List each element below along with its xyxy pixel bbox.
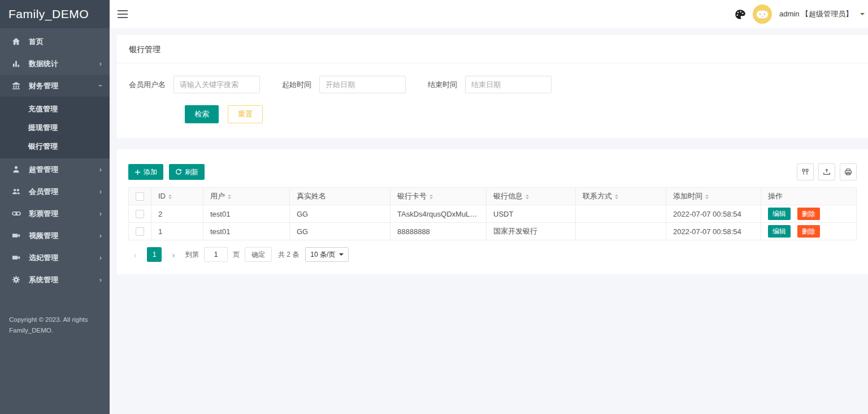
sort-icon[interactable] <box>168 193 172 201</box>
sidebar-nav: 首页 数据统计 › 财务管理 › 充值管理 提现管理 银行管理 超管管理 <box>0 28 110 291</box>
cell-id: 2 <box>151 205 203 223</box>
menu-toggle-icon[interactable] <box>118 8 130 20</box>
col-created[interactable]: 添加时间 <box>666 188 761 205</box>
row-checkbox[interactable] <box>136 227 144 236</box>
sidebar-item-finance[interactable]: 财务管理 › <box>0 75 110 97</box>
sidebar-item-home[interactable]: 首页 <box>0 31 110 53</box>
chevron-right-icon: › <box>99 254 102 261</box>
select-caret-icon <box>339 253 344 258</box>
goto-confirm-button[interactable]: 确定 <box>245 247 272 262</box>
cell-card-no: 88888888 <box>390 223 487 240</box>
sidebar-item-lottery[interactable]: 彩票管理 › <box>0 202 110 225</box>
sidebar-item-concubine[interactable]: 选妃管理 › <box>0 247 110 269</box>
sidebar-item-video[interactable]: 视频管理 › <box>0 225 110 247</box>
export-button[interactable] <box>818 163 835 180</box>
sort-icon[interactable] <box>429 193 433 201</box>
delete-button[interactable]: 删除 <box>797 208 820 220</box>
sidebar: Family_DEMO 首页 数据统计 › 财务管理 › 充值管理 提现管理 银… <box>0 0 110 414</box>
bank-table: ID 用户 真实姓名 银行卡号 银行信息 联系方式 添加时间 操作 2 test… <box>128 187 857 240</box>
copyright: Copyright © 2023. All rights Family_DEMO… <box>0 314 110 336</box>
edit-button[interactable]: 编辑 <box>768 208 791 220</box>
sidebar-item-statistics[interactable]: 数据统计 › <box>0 53 110 75</box>
start-time-label: 起始时间 <box>282 80 311 90</box>
gear-icon <box>11 275 21 284</box>
select-all-checkbox[interactable] <box>136 192 144 201</box>
user-avatar[interactable] <box>753 5 772 24</box>
cell-actions: 编辑 删除 <box>761 205 857 223</box>
select-all-cell <box>129 188 151 205</box>
plus-icon <box>134 169 141 175</box>
sidebar-item-label: 系统管理 <box>29 275 58 285</box>
start-date-input[interactable] <box>319 76 406 93</box>
chevron-right-icon: › <box>99 210 102 217</box>
cell-actions: 编辑 删除 <box>761 223 857 240</box>
sort-icon[interactable] <box>705 193 709 201</box>
col-bank-info[interactable]: 银行信息 <box>487 188 576 205</box>
goto-page-input[interactable] <box>204 247 228 262</box>
sort-icon[interactable] <box>615 193 618 201</box>
cell-contact <box>576 205 666 223</box>
current-page[interactable]: 1 <box>147 247 162 262</box>
admin-user-icon <box>11 165 21 174</box>
sidebar-item-label: 视频管理 <box>29 231 58 241</box>
col-card-no[interactable]: 银行卡号 <box>390 188 487 205</box>
bar-chart-icon <box>11 59 21 68</box>
app-logo: Family_DEMO <box>0 0 110 28</box>
end-time-label: 结束时间 <box>428 80 457 90</box>
print-button[interactable] <box>840 163 857 180</box>
refresh-button[interactable]: 刷新 <box>169 164 205 180</box>
next-page-button[interactable]: › <box>167 247 180 262</box>
sort-icon[interactable] <box>228 193 231 201</box>
cell-contact <box>576 223 666 240</box>
username-search-input[interactable] <box>173 76 260 93</box>
refresh-icon <box>175 169 182 175</box>
search-button[interactable]: 检索 <box>185 105 219 123</box>
current-user[interactable]: admin 【超级管理员】 <box>779 9 853 19</box>
chevron-right-icon: › <box>99 188 102 195</box>
sidebar-subitem-withdraw[interactable]: 提现管理 <box>0 118 110 137</box>
prev-page-button[interactable]: ‹ <box>128 247 142 262</box>
table-row: 1 test01 GG 88888888 国家开发银行 2022-07-07 0… <box>129 223 857 240</box>
add-button[interactable]: 添加 <box>128 164 163 180</box>
sidebar-item-superadmin[interactable]: 超管管理 › <box>0 158 110 180</box>
sort-icon[interactable] <box>526 193 529 201</box>
home-icon <box>11 37 21 46</box>
sidebar-item-label: 彩票管理 <box>29 209 58 219</box>
sidebar-item-members[interactable]: 会员管理 › <box>0 180 110 202</box>
sidebar-subitem-recharge[interactable]: 充值管理 <box>0 100 110 118</box>
cell-user: test01 <box>203 223 290 240</box>
sidebar-item-system[interactable]: 系统管理 › <box>0 269 110 291</box>
cell-real-name: GG <box>290 205 390 223</box>
sidebar-item-label: 会员管理 <box>29 187 58 197</box>
bank-icon <box>11 81 21 90</box>
col-user[interactable]: 用户 <box>203 188 290 205</box>
user-menu-caret-icon[interactable] <box>860 13 865 18</box>
table-card: 添加 刷新 <box>117 149 868 274</box>
col-id[interactable]: ID <box>151 188 203 205</box>
reset-button[interactable]: 重置 <box>228 105 263 123</box>
cell-bank-info: USDT <box>487 205 576 223</box>
table-row: 2 test01 GG TAskDs4rqusQDxMuLcjz... USDT… <box>129 205 857 223</box>
edit-button[interactable]: 编辑 <box>768 225 791 238</box>
end-date-input[interactable] <box>465 76 552 93</box>
total-count: 共 2 条 <box>278 250 299 260</box>
col-actions: 操作 <box>761 188 857 205</box>
sidebar-item-label: 首页 <box>29 37 44 47</box>
col-contact[interactable]: 联系方式 <box>576 188 666 205</box>
theme-palette-icon[interactable] <box>735 9 745 20</box>
columns-toggle-button[interactable] <box>797 163 814 180</box>
sidebar-subitem-bank[interactable]: 银行管理 <box>0 137 110 156</box>
video-icon <box>11 231 21 240</box>
sidebar-item-label: 选妃管理 <box>29 253 58 263</box>
cell-real-name: GG <box>290 223 390 240</box>
sidebar-item-label: 财务管理 <box>29 81 58 91</box>
export-icon <box>823 168 831 176</box>
delete-button[interactable]: 删除 <box>797 225 820 238</box>
page-title: 银行管理 <box>117 35 868 63</box>
page-size-select[interactable]: 10 条/页 <box>305 247 349 262</box>
main-content: 银行管理 会员用户名 起始时间 结束时间 检索 重置 <box>110 28 868 414</box>
film-icon <box>11 253 21 262</box>
pagination: ‹ 1 › 到第 页 确定 共 2 条 10 条/页 <box>128 247 857 262</box>
link-icon <box>11 209 21 218</box>
row-checkbox[interactable] <box>136 210 144 218</box>
